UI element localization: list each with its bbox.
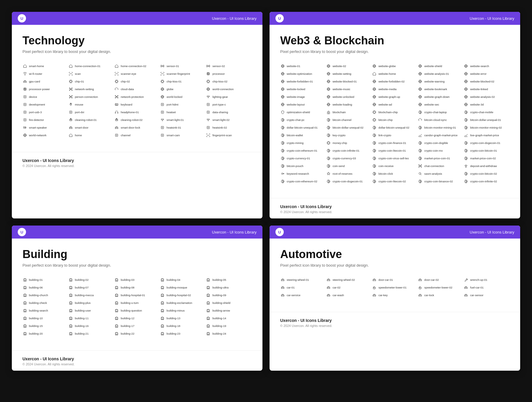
icon-item: processor [206, 70, 252, 77]
icon-item: deposit-and-withdraw [464, 162, 510, 170]
sensor-02-label: sensor-02 [213, 64, 225, 68]
panel-automotive: U Uxercon - UI Icons Library Automotive … [270, 226, 520, 371]
smart-home-label: smart-home [29, 64, 44, 68]
icon-item: world-connection [206, 85, 252, 93]
home-connection-01-label: home-connection-01 [75, 64, 100, 68]
car-01-label: car-01 [287, 286, 295, 289]
icon-item: building-16 [68, 322, 114, 330]
website-warning-label: website-warning [424, 80, 445, 83]
bitcoin-dollar-unequal-02-label: bitcoin-dollar-unequal-02 [332, 126, 364, 129]
svg-point-49 [117, 119, 117, 120]
web3-footer-brand: Uxercon - UI Icons Library [280, 204, 510, 209]
crypto-chat-mobile-icon [464, 110, 468, 114]
dollar-bitcoin-unequal-01-icon [280, 125, 285, 130]
building-ultra-icon [206, 285, 211, 290]
icon-item: port-usb-3 [22, 108, 68, 116]
icon-item: blockchain [326, 108, 372, 116]
svg-rect-181 [419, 279, 422, 281]
building-hospital-02-label: building-hospital-02 [167, 294, 191, 297]
icon-item: fuel-car-01 [464, 283, 510, 291]
building-06-label: building-06 [29, 286, 43, 289]
keyword-research-label: keyword-research [287, 172, 309, 175]
crypto-coin-infinite-01-icon [326, 148, 331, 153]
scanner-eye-label: scanner-eye [121, 72, 136, 75]
svg-point-45 [70, 119, 71, 120]
bitcoin-monitor-mining-02-icon [464, 125, 468, 130]
port-usb-3-icon [22, 110, 27, 114]
building-09-label: building-09 [213, 294, 226, 297]
crypto-coin-virus-sell-leo-icon [372, 156, 377, 161]
icon-item: website-unlocked [326, 93, 372, 100]
icon-item: website-sec [418, 100, 464, 108]
home-connection-02-icon [114, 64, 119, 68]
icon-item: building-check [22, 299, 68, 307]
website-01-label: website-01 [287, 64, 300, 68]
website-sec-icon [418, 102, 423, 107]
icon-item: bitcoin-channel [326, 116, 372, 124]
building-11-icon [68, 316, 73, 320]
svg-rect-189 [373, 295, 376, 296]
icon-item: building-08 [114, 283, 160, 291]
website-optimization-icon [280, 71, 285, 76]
speedometer-lower-01-label: speedometer-lower-01 [378, 286, 406, 289]
car-wash-icon [326, 293, 331, 297]
website-02-label: website-02 [332, 64, 346, 68]
panel-web3-header: U Uxercon - UI Icons Library [270, 12, 520, 25]
live-graph-market-price-icon [464, 133, 468, 137]
building-footer-brand: Uxercon - UI Icons Library [22, 356, 252, 361]
building-21-icon [68, 331, 73, 336]
website-layout-label: website-layout [287, 103, 305, 106]
panel-building: U Uxercon - UI Icons Library Building Pi… [12, 226, 262, 371]
car-lock-icon [418, 293, 423, 297]
bitcoin-click-label: bitcoin-click [378, 172, 393, 175]
coin-receive-label: coin-receive [378, 164, 393, 168]
blockchain-chip-label: blockchain-chip [378, 111, 398, 114]
icon-item: website-layout [280, 100, 326, 108]
world-connection-label: world-connection [213, 87, 234, 91]
crypto-chat-laptop-icon [418, 110, 423, 114]
icon-item: crypto-chat-pc [280, 116, 326, 124]
building-23-icon [160, 331, 165, 336]
keyboard-icon [114, 102, 119, 107]
blockchain-icon [326, 110, 331, 114]
icon-item: building-17 [114, 322, 160, 330]
door-car-02-icon [418, 277, 423, 282]
icon-item: live-graph-market-price [464, 131, 510, 139]
building-hospital-01-icon [114, 293, 119, 297]
technology-footer: Uxercon - UI Icons Library © 2024 Uxerco… [12, 152, 262, 172]
smart-cam-label: smart-cam [167, 134, 180, 137]
icon-item: speedometer-lower-01 [372, 283, 418, 291]
keyword-research-icon [280, 171, 285, 176]
icon-item: heatset [160, 108, 206, 116]
automotive-title: Automotive [280, 248, 510, 261]
fire-detector-icon [22, 117, 27, 122]
icon-item: crypto-coin-dogecoin-01 [464, 139, 510, 147]
bitcoin-wallet-icon [280, 133, 285, 137]
icon-item: website-graph-up [372, 93, 418, 100]
building-20-icon [22, 331, 27, 336]
building-plus-label: building-plus [75, 301, 90, 304]
port-usb-3-label: port-usb-3 [29, 111, 42, 114]
website-linked-label: website-linked [470, 87, 488, 91]
building-16-label: building-16 [75, 324, 88, 328]
icon-item: smart-door-lock [114, 124, 160, 131]
port-type-c-icon [206, 102, 211, 107]
network-setting-icon [68, 87, 73, 91]
website-forbidden-02-label: website-forbidden-02 [378, 80, 405, 83]
svg-point-1 [208, 65, 209, 66]
website-home-icon [372, 71, 377, 76]
smart-speaker-label: smart-speaker [29, 126, 47, 129]
website-image-icon [280, 94, 285, 99]
building-09-icon [206, 293, 211, 297]
root-of-reserves-icon [326, 171, 331, 176]
header-title-technology: Uxercon - UI Icons Library [212, 16, 257, 21]
icon-item: building-14 [206, 314, 252, 322]
building-23-label: building-23 [167, 332, 180, 335]
icon-item: crypto-chat-laptop [418, 108, 464, 116]
svg-rect-107 [327, 142, 330, 144]
network-protection-label: network-protection [121, 95, 144, 98]
icon-item: building-mosque [160, 283, 206, 291]
smart-light-01-icon [160, 117, 165, 122]
icon-item: lighting-gear [206, 93, 252, 100]
heatset-label: heatset [167, 111, 176, 114]
